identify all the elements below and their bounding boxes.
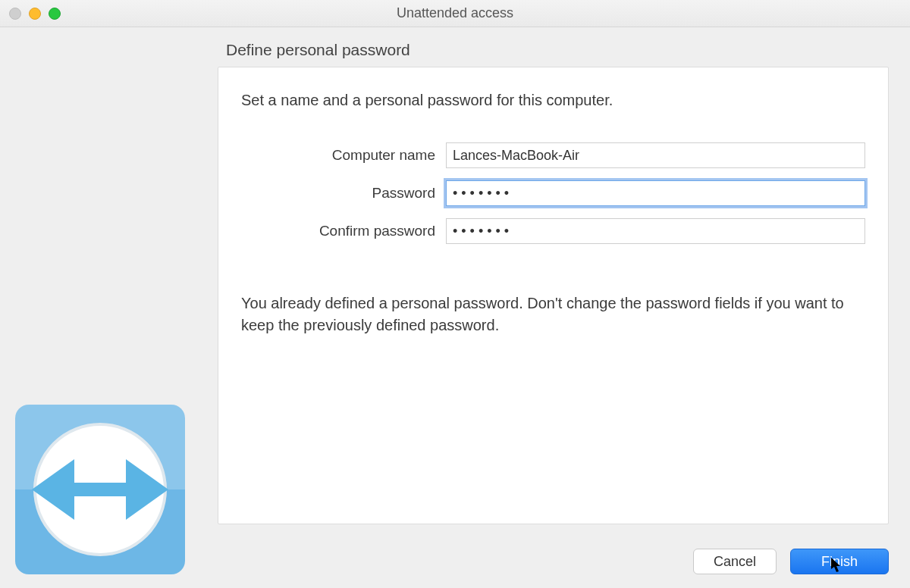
confirm-password-input[interactable] — [446, 218, 865, 244]
finish-button[interactable]: Finish — [790, 549, 889, 574]
titlebar: Unattended access — [0, 0, 910, 27]
intro-text: Set a name and a personal password for t… — [241, 92, 865, 109]
cancel-button[interactable]: Cancel — [693, 549, 777, 574]
row-computer-name: Computer name — [241, 142, 865, 168]
password-label: Password — [241, 185, 446, 202]
svg-rect-5 — [68, 483, 132, 496]
row-password: Password — [241, 180, 865, 206]
page-subheader: Define personal password — [0, 27, 910, 65]
button-row: Cancel Finish — [693, 549, 889, 574]
maximize-icon[interactable] — [49, 8, 61, 20]
confirm-password-label: Confirm password — [241, 223, 446, 239]
password-input[interactable] — [446, 180, 865, 206]
minimize-icon[interactable] — [29, 8, 41, 20]
close-icon[interactable] — [9, 8, 21, 20]
window-title: Unattended access — [0, 5, 910, 21]
window-controls — [9, 8, 61, 20]
note-text: You already defined a personal password.… — [241, 292, 859, 336]
main-panel: Set a name and a personal password for t… — [218, 67, 889, 524]
row-confirm-password: Confirm password — [241, 218, 865, 244]
computer-name-label: Computer name — [241, 147, 446, 164]
computer-name-input[interactable] — [446, 142, 865, 168]
teamviewer-logo-icon — [15, 405, 185, 574]
